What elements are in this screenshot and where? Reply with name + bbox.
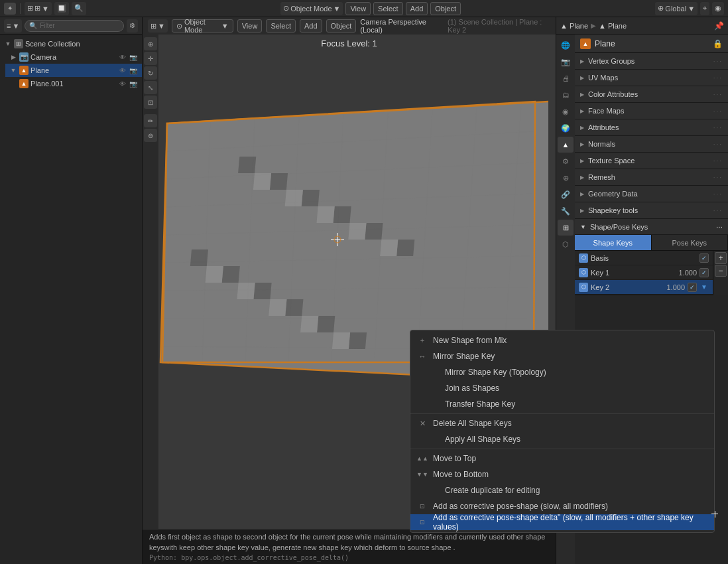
menu-join-as-shapes[interactable]: Join as Shapes (410, 380, 714, 396)
tab-shape-keys[interactable]: Shape Keys (575, 235, 652, 250)
mode-selector[interactable]: ⊙ Object Mode ▼ (280, 2, 343, 15)
viewport-add-menu[interactable]: Add (300, 19, 322, 33)
props-tab-render[interactable]: 📷 (558, 54, 574, 70)
annotate-tool[interactable]: ✏ (144, 114, 157, 127)
camera-render-icon[interactable]: 📷 (129, 52, 138, 62)
section-dots-attr: ··· (713, 124, 723, 131)
remesh-header[interactable]: ▶ Remesh ··· (575, 169, 728, 185)
viewport-object-menu[interactable]: Object (326, 19, 357, 33)
outliner-item-camera[interactable]: ▶ 📷 Camera 👁 📷 (5, 50, 142, 64)
menu-add-icon: + (417, 335, 428, 346)
attributes-section: ▶ Attributes ··· (575, 119, 728, 136)
move-tool[interactable]: ✛ (144, 52, 157, 65)
svg-rect-29 (380, 240, 398, 256)
filter-icon: 🔍 (29, 22, 37, 29)
view-menu[interactable]: View (345, 2, 371, 15)
editor-selector[interactable]: ⊞ ⊞ ▼ (25, 2, 52, 15)
shape-key-1[interactable]: ⬡ Key 1 1.000 ✓ (575, 265, 713, 280)
outliner-item-scene-collection[interactable]: ▼ ⊞ Scene Collection (0, 37, 142, 50)
geometry-data-header[interactable]: ▶ Geometry Data ··· (575, 186, 728, 202)
outliner-filter[interactable]: ⚙ (127, 19, 138, 33)
shape-key-basis[interactable]: ⬡ Basis ✓ (575, 251, 713, 265)
menu-mirror-shape-key[interactable]: ↔ Mirror Shape Key (410, 348, 714, 364)
menu-move-to-bottom[interactable]: ▼▼ Move to Bottom (410, 466, 714, 482)
object-menu[interactable]: Object (430, 2, 461, 15)
proportional-controls[interactable]: ◉ (712, 2, 724, 15)
shape-key-2-expand[interactable]: ▼ (699, 283, 709, 292)
normals-header[interactable]: ▶ Normals ··· (575, 136, 728, 152)
overlay-controls[interactable]: ⊕ Global ▼ (655, 2, 698, 15)
expand-tri-ts: ▶ (580, 158, 584, 164)
object-lock-icon[interactable]: 🔒 (713, 39, 723, 48)
scale-tool[interactable]: ⤡ (144, 81, 157, 94)
add-shape-key-button[interactable]: + (715, 252, 727, 264)
attributes-header[interactable]: ▶ Attributes ··· (575, 119, 728, 135)
breadcrumb: ▲ Plane ▶ ▲ Plane (560, 22, 711, 30)
props-tab-scene2[interactable]: ◉ (558, 104, 574, 119)
viewport-mode-selector[interactable]: ⊙ Object Mode ▼ (172, 19, 233, 33)
select-menu[interactable]: Select (373, 2, 403, 15)
svg-rect-31 (222, 266, 240, 283)
outliner-item-plane001[interactable]: ▲ Plane.001 👁 📷 (5, 77, 142, 90)
menu-delete-all-shape-keys[interactable]: ✕ Delete All Shape Keys (410, 415, 714, 431)
props-tab-physics[interactable]: ⊕ (558, 170, 574, 186)
outliner-item-plane[interactable]: ▼ ▲ Plane 👁 📷 (5, 64, 142, 77)
outliner-type-selector[interactable]: ≡ ▼ (4, 19, 22, 33)
add-menu[interactable]: Add (406, 2, 428, 15)
workspace-selector[interactable]: 🔲 (54, 2, 69, 15)
props-tab-data[interactable]: ⊞ (558, 220, 574, 236)
plane001-render-icon[interactable]: 📷 (129, 79, 138, 88)
shape-key-2[interactable]: ⬡ Key 2 1.000 ✓ ▼ (575, 280, 713, 295)
viewport-mode-label: Object Mode (184, 18, 219, 34)
menu-apply-all-shape-keys[interactable]: Apply All Shape Keys (410, 431, 714, 447)
vertex-groups-header[interactable]: ▶ Vertex Groups ··· (575, 53, 728, 69)
plane-render-icon[interactable]: 📷 (129, 66, 138, 75)
face-maps-header[interactable]: ▶ Face Maps ··· (575, 103, 728, 119)
rotate-tool[interactable]: ↻ (144, 66, 157, 80)
camera-hide-icon[interactable]: 👁 (118, 52, 127, 62)
menu-new-shape-from-mix[interactable]: + New Shape from Mix (410, 332, 714, 348)
shape-key-2-check[interactable]: ✓ (688, 283, 697, 292)
viewport-editor-type[interactable]: ⊞ ▼ (148, 19, 168, 33)
viewport-mode-arrow: ▼ (221, 22, 229, 30)
menu-add-corrective-pose-shape[interactable]: ⊡ Add as corrective pose-shape (slow, al… (410, 498, 714, 514)
section-dots-fm: ··· (713, 107, 723, 115)
shapekey-tools-header[interactable]: ▶ Shapekey tools ··· (575, 202, 728, 218)
props-tab-scene[interactable]: 🌐 (558, 37, 574, 53)
menu-move-to-top[interactable]: ▲▲ Move to Top (410, 451, 714, 466)
viewport-select-menu[interactable]: Select (266, 19, 296, 33)
color-attributes-header[interactable]: ▶ Color Attributes ··· (575, 86, 728, 102)
uv-maps-header[interactable]: ▶ UV Maps ··· (575, 70, 728, 86)
snap-controls[interactable]: ⌖ (700, 2, 709, 15)
menu-add-corrective-pose-shape-delta[interactable]: ⊡ Add as corrective pose-shape delta" (s… (410, 514, 714, 530)
menu-mirror-shape-key-topology[interactable]: Mirror Shape Key (Topology) (410, 364, 714, 380)
object-name[interactable]: Plane (595, 39, 709, 48)
texture-space-header[interactable]: ▶ Texture Space ··· (575, 153, 728, 169)
props-tab-particles[interactable]: ⚙ (558, 153, 574, 169)
props-tab-world[interactable]: 🌍 (558, 120, 574, 136)
cursor-tool[interactable]: ⊕ (144, 37, 157, 50)
remove-shape-key-button[interactable]: − (715, 265, 727, 277)
shape-key-basis-check[interactable]: ✓ (699, 253, 709, 263)
props-tab-constraints[interactable]: 🔗 (558, 186, 574, 202)
measure-tool[interactable]: ⊖ (144, 129, 157, 142)
tab-pose-keys[interactable]: Pose Keys (652, 235, 729, 250)
tooltip-python-code: Python: bpy.ops.object.add_corrective_po… (149, 554, 549, 561)
transform-tool[interactable]: ⊡ (144, 96, 157, 109)
props-tab-output[interactable]: 🖨 (558, 70, 574, 86)
viewport-view-menu[interactable]: View (237, 19, 263, 33)
props-tab-object[interactable]: ▲ (558, 137, 574, 153)
props-tab-material[interactable]: ⬡ (558, 236, 574, 252)
search-bar[interactable]: 🔍 (72, 2, 86, 15)
shape-key-1-check[interactable]: ✓ (699, 268, 709, 277)
props-tab-modifiers[interactable]: 🔧 (558, 203, 574, 219)
plane001-hide-icon[interactable]: 👁 (118, 79, 127, 88)
props-pin-icon[interactable]: 📌 (714, 21, 724, 31)
shape-pose-header[interactable]: ▼ Shape/Pose Keys ··· (575, 219, 728, 235)
outliner-search[interactable]: 🔍 Filter (25, 20, 124, 32)
plane-hide-icon[interactable]: 👁 (118, 66, 127, 75)
menu-create-duplicate[interactable]: Create duplicate for editing (410, 482, 714, 498)
props-tab-view-layer[interactable]: 🗂 (558, 87, 574, 103)
menu-transfer-shape-key[interactable]: Transfer Shape Key (410, 396, 714, 412)
object-mesh-icon: ▲ (580, 38, 591, 49)
